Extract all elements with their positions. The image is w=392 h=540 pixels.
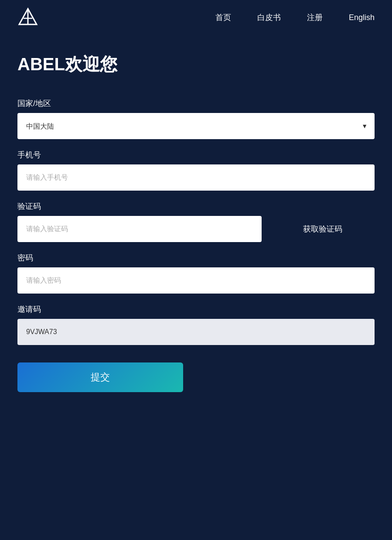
country-select[interactable]: 中国大陆 香港 台湾 美国 其他 [17, 113, 375, 139]
main-content: ABEL欢迎您 国家/地区 中国大陆 香港 台湾 美国 其他 ▼ 手机号 验 [0, 35, 392, 418]
verification-row: 获取验证码 [17, 216, 375, 242]
page-title: ABEL欢迎您 [17, 52, 375, 76]
nav-register[interactable]: 注册 [307, 12, 323, 23]
password-group: 密码 [17, 253, 375, 294]
nav-whitepaper[interactable]: 白皮书 [257, 12, 281, 23]
navbar: 首页 白皮书 注册 English [0, 0, 392, 35]
code-group: 验证码 获取验证码 [17, 201, 375, 242]
password-label: 密码 [17, 253, 375, 263]
password-input[interactable] [17, 267, 375, 294]
get-code-button[interactable]: 获取验证码 [270, 216, 375, 242]
nav-links: 首页 白皮书 注册 English [215, 12, 375, 23]
invite-input[interactable] [17, 319, 375, 345]
country-select-wrapper: 中国大陆 香港 台湾 美国 其他 ▼ [17, 113, 375, 139]
phone-input[interactable] [17, 164, 375, 191]
invite-group: 邀请码 [17, 304, 375, 345]
registration-form: 国家/地区 中国大陆 香港 台湾 美国 其他 ▼ 手机号 验证码 获取 [17, 98, 375, 392]
phone-group: 手机号 [17, 150, 375, 191]
submit-button[interactable]: 提交 [17, 362, 183, 392]
code-label: 验证码 [17, 201, 375, 212]
nav-home[interactable]: 首页 [215, 12, 231, 23]
logo[interactable] [17, 7, 38, 28]
country-group: 国家/地区 中国大陆 香港 台湾 美国 其他 ▼ [17, 98, 375, 139]
logo-icon [17, 7, 38, 28]
country-label: 国家/地区 [17, 98, 375, 109]
invite-label: 邀请码 [17, 304, 375, 314]
nav-language[interactable]: English [349, 13, 375, 22]
verification-input[interactable] [17, 216, 262, 242]
phone-label: 手机号 [17, 150, 375, 160]
